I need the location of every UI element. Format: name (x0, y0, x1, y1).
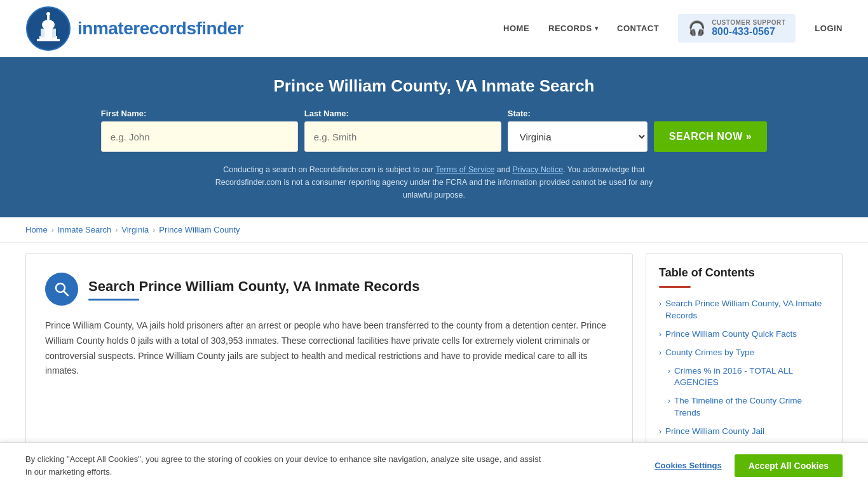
breadcrumb-inmate-search[interactable]: Inmate Search (58, 225, 112, 234)
first-name-label: First Name: (101, 109, 298, 118)
toc-title: Table of Contents (659, 266, 829, 280)
toc-link-3[interactable]: County Crimes by Type (665, 347, 754, 359)
toc-box: Table of Contents › Search Prince Willia… (646, 253, 843, 458)
svg-rect-4 (41, 29, 44, 37)
nav-records[interactable]: RECORDS ▾ (548, 24, 598, 33)
sidebar: Table of Contents › Search Prince Willia… (646, 253, 843, 458)
terms-link[interactable]: Terms of Service (435, 165, 494, 174)
toc-sub-item-2[interactable]: › The Timeline of the County Crime Trend… (668, 395, 829, 419)
nav-login[interactable]: LOGIN (815, 24, 843, 33)
main-nav: HOME RECORDS ▾ CONTACT 🎧 CUSTOMER SUPPOR… (503, 14, 843, 43)
customer-support-box: 🎧 CUSTOMER SUPPORT 800-433-0567 (678, 14, 796, 43)
breadcrumb-sep-2: › (115, 226, 118, 234)
toc-sub-chevron-2: › (668, 396, 670, 405)
breadcrumb: Home › Inmate Search › Virginia › Prince… (0, 217, 868, 243)
svg-rect-2 (37, 39, 60, 41)
search-form: First Name: Last Name: State: Virginia A… (25, 109, 843, 152)
toc-link-5[interactable]: Prince William County Jail (665, 426, 764, 438)
cookie-text: By clicking "Accept All Cookies", you ag… (25, 453, 546, 458)
first-name-group: First Name: (101, 109, 298, 152)
cookie-banner: By clicking "Accept All Cookies", you ag… (0, 442, 868, 458)
toc-chevron-3: › (659, 348, 661, 357)
toc-underline (659, 286, 691, 288)
svg-point-8 (46, 12, 50, 16)
toc-sub-item-1[interactable]: › Crimes % in 2016 - TOTAL ALL AGENCIES (668, 365, 829, 390)
last-name-input[interactable] (304, 121, 501, 152)
svg-rect-7 (47, 15, 50, 25)
state-group: State: Virginia Alabama Alaska Californi… (508, 109, 648, 152)
breadcrumb-virginia[interactable]: Virginia (121, 225, 149, 234)
toc-chevron-5: › (659, 427, 661, 436)
toc-sub-link-1[interactable]: Crimes % in 2016 - TOTAL ALL AGENCIES (674, 365, 829, 390)
breadcrumb-current: Prince William County (159, 225, 240, 234)
content-header: Search Prince William County, VA Inmate … (45, 273, 613, 306)
toc-link-1[interactable]: Search Prince William County, VA Inmate … (665, 298, 829, 322)
content-title: Search Prince William County, VA Inmate … (88, 278, 419, 295)
toc-item-5[interactable]: › Prince William County Jail (659, 426, 829, 438)
toc-item-3[interactable]: › County Crimes by Type (659, 347, 829, 359)
support-text: CUSTOMER SUPPORT 800-433-0567 (712, 19, 785, 37)
site-header: inmaterecordsfinder HOME RECORDS ▾ CONTA… (0, 0, 868, 57)
records-chevron-icon: ▾ (595, 25, 599, 32)
toc-sub-link-2[interactable]: The Timeline of the County Crime Trends (674, 395, 829, 419)
breadcrumb-sep-3: › (153, 226, 155, 234)
cookie-actions: Cookies Settings Accept All Cookies (654, 454, 843, 458)
state-label: State: (508, 109, 648, 118)
toc-link-2[interactable]: Prince William County Quick Facts (665, 329, 797, 341)
breadcrumb-sep-1: › (51, 226, 54, 234)
state-select[interactable]: Virginia Alabama Alaska California Flori… (508, 121, 648, 152)
headphone-icon: 🎧 (688, 20, 705, 37)
last-name-group: Last Name: (304, 109, 501, 152)
hero-title: Prince William County, VA Inmate Search (25, 76, 843, 96)
toc-item-1[interactable]: › Search Prince William County, VA Inmat… (659, 298, 829, 322)
title-underline (88, 299, 139, 301)
main-content: Search Prince William County, VA Inmate … (0, 253, 868, 458)
content-area: Search Prince William County, VA Inmate … (25, 253, 633, 458)
accept-cookies-button[interactable]: Accept All Cookies (735, 454, 843, 458)
last-name-label: Last Name: (304, 109, 501, 118)
toc-chevron-2: › (659, 330, 661, 339)
first-name-input[interactable] (101, 121, 298, 152)
search-hero: Prince William County, VA Inmate Search … (0, 57, 868, 217)
breadcrumb-home[interactable]: Home (25, 225, 48, 234)
search-button[interactable]: SEARCH NOW » (654, 121, 767, 152)
toc-chevron-1: › (659, 299, 661, 308)
nav-contact[interactable]: CONTACT (617, 24, 659, 33)
search-svg-icon (53, 281, 70, 297)
logo-area[interactable]: inmaterecordsfinder (25, 6, 243, 51)
svg-line-10 (64, 292, 69, 296)
toc-item-2[interactable]: › Prince William County Quick Facts (659, 329, 829, 341)
svg-rect-5 (52, 29, 56, 37)
logo-text: inmaterecordsfinder (78, 18, 243, 39)
content-body: Prince William County, VA jails hold pri… (45, 318, 613, 379)
privacy-link[interactable]: Privacy Notice (512, 165, 563, 174)
content-title-area: Search Prince William County, VA Inmate … (88, 278, 419, 301)
logo-icon (25, 6, 71, 51)
search-circle-icon (45, 273, 78, 306)
disclaimer-text: Conducting a search on Recordsfinder.com… (25, 163, 843, 201)
toc-sub-chevron-1: › (668, 367, 670, 376)
nav-home[interactable]: HOME (503, 24, 529, 33)
